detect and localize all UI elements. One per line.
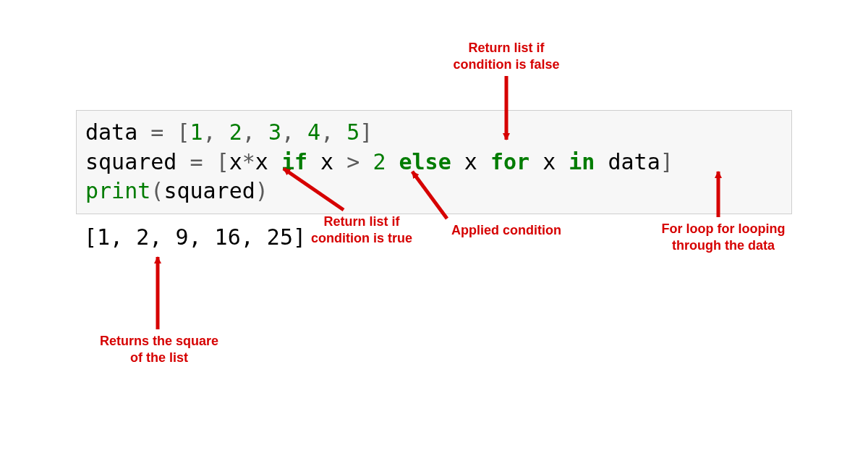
annotation-for-loop: For loop for loopingthrough the data: [637, 221, 810, 253]
annotation-applied-cond: Applied condition: [434, 222, 579, 239]
annotation-returns-square: Returns the squareof the list: [80, 333, 239, 366]
keyword-for: for: [490, 149, 529, 174]
annotation-return-false: Return list ifcondition is false: [427, 40, 586, 72]
keyword-else: else: [399, 149, 451, 174]
keyword-in: in: [569, 149, 595, 174]
function-print: print: [85, 178, 150, 203]
identifier-data: data: [85, 119, 137, 145]
keyword-if: if: [281, 149, 307, 174]
identifier-squared: squared: [85, 149, 176, 174]
code-block: data = [1, 2, 3, 4, 5] squared = [x*x if…: [76, 110, 792, 214]
annotation-return-true: Return list ifcondition is true: [289, 214, 434, 246]
output-text: [1, 2, 9, 16, 25]: [84, 224, 306, 250]
